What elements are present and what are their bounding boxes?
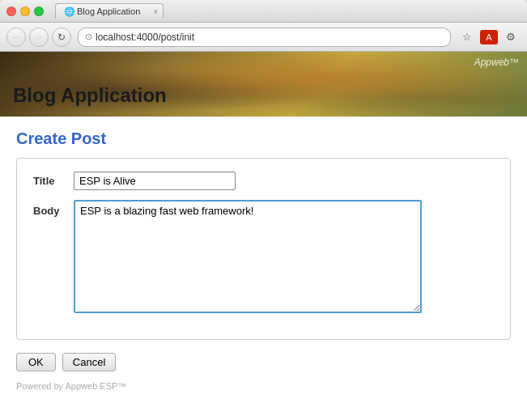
forward-button[interactable]: → (29, 28, 49, 47)
body-textarea[interactable]: ESP is a blazing fast web framework! (74, 200, 422, 313)
title-input[interactable] (74, 172, 236, 190)
maximize-button[interactable] (34, 6, 44, 16)
body-row: Body ESP is a blazing fast web framework… (33, 200, 494, 313)
toolbar-actions: ☆ A ⚙ (457, 28, 521, 47)
ok-button[interactable]: OK (16, 353, 56, 371)
banner-title: Blog Application (13, 84, 167, 107)
tab-favicon: 🌐 (64, 6, 74, 16)
banner-appweb-badge: Appweb™ (474, 57, 519, 68)
page-content: Appweb™ Blog Application Create Post Tit… (0, 52, 527, 420)
browser-window: 🌐 Blog Application × ← → ↻ ⊙ localhost:4… (0, 0, 527, 420)
location-icon: ⊙ (85, 32, 92, 42)
header-banner: Appweb™ Blog Application (0, 52, 527, 117)
traffic-lights (6, 6, 44, 16)
settings-button[interactable]: ⚙ (501, 28, 521, 47)
refresh-button[interactable]: ↻ (52, 28, 71, 47)
back-button[interactable]: ← (6, 28, 26, 47)
active-tab[interactable]: 🌐 Blog Application × (55, 3, 164, 19)
address-bar[interactable]: ⊙ localhost:4000/post/init (78, 28, 451, 47)
page-body: Create Post Title Body ESP is a blazing … (0, 117, 527, 407)
address-text: localhost:4000/post/init (96, 32, 444, 43)
close-button[interactable] (6, 6, 16, 16)
form-container: Title Body ESP is a blazing fast web fra… (16, 158, 511, 340)
footer-text: Powered by Appweb ESP™ (16, 381, 511, 391)
form-actions: OK Cancel (16, 353, 511, 371)
tab-bar: 🌐 Blog Application × (55, 3, 521, 19)
title-bar: 🌐 Blog Application × (0, 0, 527, 23)
tab-title: Blog Application (77, 6, 140, 16)
toolbar: ← → ↻ ⊙ localhost:4000/post/init ☆ A ⚙ (0, 23, 527, 52)
tab-close-icon[interactable]: × (153, 7, 158, 16)
title-row: Title (33, 172, 494, 190)
title-label: Title (33, 172, 74, 187)
page-heading: Create Post (16, 129, 511, 148)
appweb-button[interactable]: A (480, 30, 498, 45)
bookmark-button[interactable]: ☆ (457, 28, 477, 47)
body-label: Body (33, 200, 74, 217)
cancel-button[interactable]: Cancel (62, 353, 116, 371)
minimize-button[interactable] (20, 6, 30, 16)
